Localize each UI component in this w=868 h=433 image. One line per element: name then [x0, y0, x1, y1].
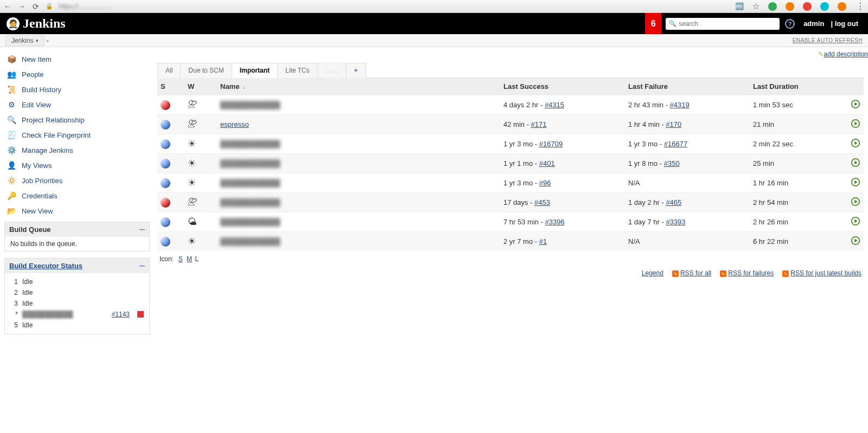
svg-marker-15: [854, 238, 857, 242]
forward-icon[interactable]: →: [17, 2, 26, 11]
build-link[interactable]: #170: [666, 120, 681, 128]
build-link[interactable]: #4315: [545, 101, 564, 109]
view-tab[interactable]: Due to SCM: [180, 63, 232, 78]
build-link[interactable]: #350: [664, 159, 680, 167]
collapse-icon[interactable]: —: [139, 263, 145, 269]
sidebar-item[interactable]: 📜Build History: [4, 82, 153, 97]
breadcrumb-root[interactable]: Jenkins ▾: [5, 35, 44, 46]
collapse-icon[interactable]: —: [139, 227, 145, 232]
translate-icon[interactable]: 🔤: [735, 2, 744, 11]
legend-link[interactable]: Legend: [642, 269, 663, 277]
col-last-failure[interactable]: Last Failure: [625, 78, 750, 95]
svg-marker-7: [854, 160, 857, 164]
schedule-build-icon[interactable]: [851, 236, 860, 245]
search-input[interactable]: [679, 20, 776, 28]
col-status[interactable]: S: [157, 78, 184, 95]
status-orb-red: [161, 100, 170, 110]
icon-size-s[interactable]: S: [178, 255, 183, 263]
executor-build-link[interactable]: #1143: [112, 311, 130, 318]
build-link[interactable]: #453: [534, 198, 550, 206]
pencil-icon: ✎: [818, 50, 824, 58]
search-box[interactable]: 🔍: [666, 18, 780, 30]
sidebar-item[interactable]: 👤My Views: [4, 158, 153, 173]
col-weather[interactable]: W: [184, 78, 217, 95]
add-description-link[interactable]: add description: [824, 50, 868, 58]
job-row: ⛈████████████17 days - #4531 day 2 hr - …: [157, 193, 864, 212]
sidebar-item-icon: 📦: [7, 54, 16, 64]
schedule-build-icon[interactable]: [851, 216, 860, 226]
build-link[interactable]: #4319: [670, 101, 690, 109]
rss-latest-link[interactable]: RSS for just latest builds: [790, 269, 861, 277]
alerts-badge[interactable]: 6: [645, 13, 661, 34]
build-link[interactable]: #16677: [664, 140, 687, 148]
build-link[interactable]: #16709: [539, 140, 563, 148]
view-tab[interactable]: ……: [317, 63, 347, 78]
tab-add[interactable]: +: [346, 63, 366, 78]
auto-refresh-link[interactable]: ENABLE AUTO REFRESH: [793, 37, 863, 43]
schedule-build-icon[interactable]: [851, 99, 860, 109]
sidebar-item[interactable]: 🔅Job Priorities: [4, 173, 153, 188]
schedule-build-icon[interactable]: [851, 138, 860, 148]
rss-all-link[interactable]: RSS for all: [680, 269, 711, 277]
browser-menu-icon[interactable]: ⋮: [856, 1, 865, 11]
job-name-blurred[interactable]: ████████████: [220, 237, 280, 245]
col-last-duration[interactable]: Last Duration: [750, 78, 837, 95]
reload-icon[interactable]: ⟳: [31, 2, 40, 11]
logout-link[interactable]: | log out: [831, 20, 858, 28]
bookmark-icon[interactable]: ☆: [752, 2, 760, 11]
add-description[interactable]: ✎add description: [818, 50, 868, 58]
sidebar-item[interactable]: 🔍Project Relationship: [4, 112, 153, 127]
sidebar-item[interactable]: ⚙️Manage Jenkins: [4, 143, 153, 158]
sidebar-item[interactable]: 👥People: [4, 67, 153, 82]
view-tab[interactable]: Important: [232, 63, 278, 78]
help-icon[interactable]: ?: [785, 19, 795, 29]
weather-icon: ☀: [188, 158, 196, 169]
build-link[interactable]: #465: [666, 198, 681, 206]
job-name-blurred[interactable]: ████████████: [220, 140, 280, 148]
build-link[interactable]: #401: [539, 159, 555, 167]
build-link[interactable]: #1: [539, 237, 547, 245]
sidebar-item[interactable]: ⚙Edit View: [4, 97, 153, 112]
build-link[interactable]: #3396: [545, 218, 565, 226]
sidebar-item[interactable]: 🔑Credentials: [4, 188, 153, 203]
schedule-build-icon[interactable]: [851, 119, 860, 128]
schedule-build-icon[interactable]: [851, 177, 860, 187]
col-name[interactable]: Name ↓: [217, 78, 500, 95]
extension-icon[interactable]: [803, 2, 812, 11]
view-tab[interactable]: All: [157, 63, 181, 78]
extension-icon[interactable]: [768, 2, 777, 11]
job-name-blurred[interactable]: ████████████: [220, 101, 280, 109]
user-link[interactable]: admin: [803, 20, 824, 28]
executor-title[interactable]: Build Executor Status: [9, 262, 82, 270]
build-link[interactable]: #3393: [666, 218, 685, 226]
job-name-blurred[interactable]: ████████████: [220, 198, 280, 206]
build-link[interactable]: #96: [539, 179, 551, 187]
jenkins-head-icon: 🤵: [7, 17, 20, 30]
sidebar-item[interactable]: 📦New Item: [4, 51, 153, 67]
sidebar-item[interactable]: 📂New View: [4, 203, 153, 218]
col-last-success[interactable]: Last Success: [500, 78, 625, 95]
extension-icon[interactable]: [786, 2, 794, 11]
job-name-link[interactable]: espresso: [220, 120, 249, 128]
profile-avatar-icon[interactable]: [838, 2, 846, 11]
schedule-build-icon[interactable]: [851, 197, 860, 206]
back-icon[interactable]: ←: [3, 2, 12, 11]
weather-icon: ⛈: [188, 197, 197, 208]
schedule-build-icon[interactable]: [851, 158, 860, 167]
view-tab[interactable]: Lite TCs: [277, 63, 317, 78]
job-name-blurred[interactable]: ████████████: [220, 159, 280, 167]
extension-icon[interactable]: [820, 2, 829, 11]
icon-size-m[interactable]: M: [187, 255, 192, 263]
build-link[interactable]: #171: [531, 120, 547, 128]
jenkins-logo[interactable]: 🤵 Jenkins: [7, 16, 66, 31]
last-duration: 1 hr 16 min: [750, 173, 837, 193]
rss-failures-link[interactable]: RSS for failures: [728, 269, 774, 277]
side-nav: 📦New Item👥People📜Build History⚙Edit View…: [4, 51, 153, 218]
job-name-blurred[interactable]: ████████████: [220, 218, 280, 226]
stop-build-icon[interactable]: [137, 311, 144, 318]
chevron-down-icon: ▾: [36, 38, 39, 43]
job-name-blurred[interactable]: ████████████: [220, 179, 280, 187]
executor-row: 2Idle: [10, 287, 144, 298]
sidebar-item[interactable]: 🧾Check File Fingerprint: [4, 127, 153, 143]
status-orb-blue: [161, 139, 170, 149]
